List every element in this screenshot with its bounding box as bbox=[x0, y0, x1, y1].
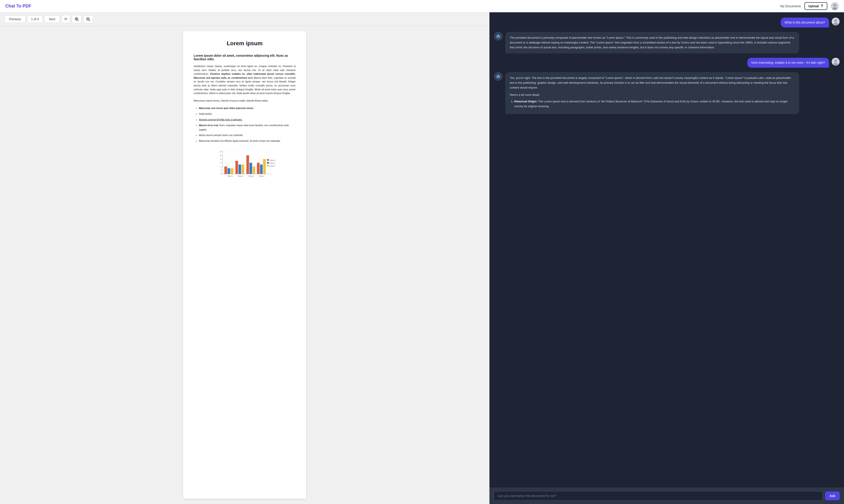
my-documents-button[interactable]: My Documents bbox=[780, 4, 801, 8]
pdf-toolbar: Previous 1 of 4 Next ⟳ bbox=[0, 12, 489, 26]
chat-messages: What is this document about? bbox=[490, 12, 844, 487]
svg-text:2: 2 bbox=[221, 169, 222, 172]
user-message-2: hmm interesting, explain it to me more -… bbox=[494, 58, 840, 68]
pdf-subtitle: Lorem ipsum dolor sit amet, consectetur … bbox=[194, 54, 296, 61]
avatar-icon-2 bbox=[832, 58, 840, 66]
chat-input-area: Ask bbox=[490, 487, 844, 504]
refresh-button[interactable]: ⟳ bbox=[61, 15, 70, 23]
svg-rect-42 bbox=[252, 166, 255, 174]
upload-label: Upload bbox=[808, 4, 819, 8]
chat-input[interactable] bbox=[494, 491, 823, 501]
list-item: Mauris id ex erat. Nunc vulputate neque … bbox=[199, 123, 296, 132]
pdf-title: Lorem ipsum bbox=[194, 40, 296, 47]
pdf-page: Lorem ipsum Lorem ipsum dolor sit amet, … bbox=[183, 31, 306, 499]
upload-icon: ⤒ bbox=[821, 4, 823, 8]
bar-chart: 0 2 4 6 8 10 12 bbox=[214, 148, 276, 183]
pdf-list: Maecenas non lorem quis tellus placerat … bbox=[199, 106, 296, 143]
svg-text:6: 6 bbox=[221, 162, 222, 164]
chat-panel: What is this document about? bbox=[490, 12, 844, 504]
svg-rect-61 bbox=[497, 37, 499, 38]
bot-text-2-detail: Here's a bit more detail: bbox=[510, 92, 795, 97]
zoom-in-button[interactable] bbox=[72, 15, 82, 23]
pdf-content: Lorem ipsum Lorem ipsum dolor sit amet, … bbox=[0, 26, 489, 504]
bot-message-1: The provided document is primarily compo… bbox=[494, 32, 840, 53]
refresh-icon: ⟳ bbox=[65, 17, 67, 21]
list-item: Nulla facilisi. bbox=[199, 112, 296, 116]
svg-text:Column 1: Column 1 bbox=[269, 160, 276, 161]
svg-point-60 bbox=[499, 36, 499, 37]
svg-rect-45 bbox=[260, 165, 263, 174]
logo-accent: PDF bbox=[23, 3, 32, 8]
svg-rect-44 bbox=[257, 163, 260, 174]
svg-line-8 bbox=[89, 20, 90, 21]
svg-rect-50 bbox=[267, 162, 269, 164]
svg-point-63 bbox=[834, 59, 837, 62]
svg-point-1 bbox=[833, 4, 836, 6]
bot-bubble-2: Yes, you're right. The text in the provi… bbox=[505, 72, 799, 114]
svg-text:10: 10 bbox=[219, 155, 222, 157]
svg-text:8: 8 bbox=[221, 158, 222, 160]
zoom-out-button[interactable] bbox=[83, 15, 93, 23]
bot-text-2-intro: Yes, you're right. The text in the provi… bbox=[510, 76, 795, 90]
zoom-out-icon bbox=[86, 17, 90, 21]
bot-message-2: Yes, you're right. The text in the provi… bbox=[494, 72, 840, 114]
list-item: Aenean congue fringilla justo ut aliquam… bbox=[199, 118, 296, 122]
app-logo: Chat To PDF bbox=[5, 3, 32, 8]
user-message-1: What is this document about? bbox=[494, 18, 840, 28]
svg-text:Row 4: Row 4 bbox=[259, 175, 264, 177]
svg-rect-46 bbox=[263, 159, 266, 174]
avatar-image bbox=[831, 2, 839, 10]
svg-rect-69 bbox=[497, 77, 499, 78]
svg-rect-41 bbox=[249, 163, 252, 174]
svg-point-67 bbox=[497, 77, 498, 77]
svg-rect-34 bbox=[231, 168, 233, 174]
main-container: Previous 1 of 4 Next ⟳ bbox=[0, 12, 844, 504]
user-avatar-chat-2 bbox=[832, 58, 840, 66]
user-bubble-1: What is this document about? bbox=[781, 18, 829, 28]
svg-text:Row 1: Row 1 bbox=[228, 175, 233, 177]
ask-button[interactable]: Ask bbox=[825, 491, 840, 500]
upload-button[interactable]: Upload ⤒ bbox=[805, 2, 827, 10]
pdf-panel: Previous 1 of 4 Next ⟳ bbox=[0, 12, 490, 504]
svg-point-68 bbox=[499, 77, 499, 77]
svg-point-59 bbox=[497, 36, 498, 37]
user-bubble-2: hmm interesting, explain it to me more -… bbox=[747, 58, 829, 68]
bot-icon-1 bbox=[494, 32, 503, 41]
list-item: Morbi viverra semper lorem nec molestie. bbox=[199, 133, 296, 138]
svg-text:12: 12 bbox=[219, 151, 222, 153]
svg-rect-48 bbox=[267, 159, 269, 161]
bot-text-1: The provided document is primarily compo… bbox=[510, 36, 794, 49]
app-header: Chat To PDF My Documents Upload ⤒ bbox=[0, 0, 844, 12]
bot-ordered-list: Historical Origin: The Lorem ipsum text … bbox=[510, 99, 795, 109]
user-avatar-chat-1 bbox=[832, 18, 840, 25]
svg-rect-32 bbox=[224, 166, 227, 174]
previous-button[interactable]: Previous bbox=[4, 15, 25, 23]
svg-rect-40 bbox=[246, 155, 249, 174]
header-actions: My Documents Upload ⤒ bbox=[780, 2, 839, 10]
svg-text:0: 0 bbox=[221, 173, 222, 175]
avatar-icon-1 bbox=[832, 18, 840, 25]
svg-rect-37 bbox=[239, 165, 241, 174]
list-item: Maecenas non lorem quis tellus placerat … bbox=[199, 106, 296, 110]
list-item: Maecenas tincidunt est efficitur ligula … bbox=[199, 139, 296, 143]
page-indicator: 1 of 4 bbox=[27, 15, 42, 23]
bot-avatar-icon bbox=[496, 34, 501, 39]
svg-text:Column 2: Column 2 bbox=[269, 162, 276, 164]
svg-text:Column 3: Column 3 bbox=[269, 165, 276, 167]
user-text-1: What is this document about? bbox=[785, 21, 825, 24]
svg-text:Row 3: Row 3 bbox=[249, 175, 254, 177]
pdf-paragraph2: Maecenas mauris lectus, lobortis et puru… bbox=[194, 99, 296, 103]
list-item-historical: Historical Origin: The Lorem ipsum text … bbox=[514, 99, 795, 109]
chart-container: 0 2 4 6 8 10 12 bbox=[194, 148, 296, 183]
next-button[interactable]: Next bbox=[45, 15, 60, 23]
svg-rect-38 bbox=[242, 165, 244, 174]
logo-text: Chat To bbox=[5, 3, 21, 8]
svg-point-55 bbox=[834, 19, 837, 22]
user-text-2: hmm interesting, explain it to me more -… bbox=[751, 61, 825, 65]
svg-rect-52 bbox=[267, 165, 269, 166]
user-avatar[interactable] bbox=[831, 2, 839, 10]
bot-bubble-1: The provided document is primarily compo… bbox=[505, 32, 799, 53]
svg-text:4: 4 bbox=[221, 166, 222, 168]
svg-rect-66 bbox=[498, 75, 499, 76]
bot-icon-2 bbox=[494, 72, 503, 81]
